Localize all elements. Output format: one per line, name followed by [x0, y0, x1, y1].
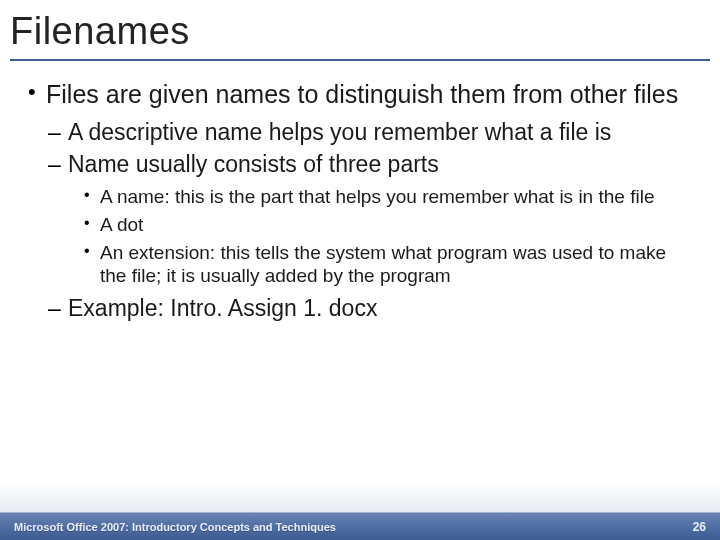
footer-text: Microsoft Office 2007: Introductory Conc…: [14, 521, 336, 533]
bullet-list-level3: A name: this is the part that helps you …: [82, 185, 696, 288]
bullet-text: An extension: this tells the system what…: [100, 242, 666, 287]
bullet-text: Files are given names to distinguish the…: [46, 80, 678, 108]
list-item: Name usually consists of three parts A n…: [46, 150, 696, 288]
slide-title: Filenames: [0, 0, 720, 59]
bullet-list-level2: A descriptive name helps you remember wh…: [46, 118, 696, 323]
slide-body: Files are given names to distinguish the…: [0, 61, 720, 323]
list-item: An extension: this tells the system what…: [82, 241, 696, 289]
bullet-text: Example: Intro. Assign 1. docx: [68, 295, 377, 321]
bullet-text: A descriptive name helps you remember wh…: [68, 119, 611, 145]
page-number: 26: [693, 520, 706, 534]
list-item: A dot: [82, 213, 696, 237]
bullet-text: A name: this is the part that helps you …: [100, 186, 654, 207]
list-item: Example: Intro. Assign 1. docx: [46, 294, 696, 323]
bullet-list-level1: Files are given names to distinguish the…: [24, 79, 696, 323]
bullet-text: Name usually consists of three parts: [68, 151, 439, 177]
bullet-text: A dot: [100, 214, 143, 235]
list-item: A name: this is the part that helps you …: [82, 185, 696, 209]
footer-gradient: [0, 482, 720, 512]
footer-bar: Microsoft Office 2007: Introductory Conc…: [0, 512, 720, 540]
slide: Filenames Files are given names to disti…: [0, 0, 720, 540]
list-item: A descriptive name helps you remember wh…: [46, 118, 696, 147]
list-item: Files are given names to distinguish the…: [24, 79, 696, 323]
